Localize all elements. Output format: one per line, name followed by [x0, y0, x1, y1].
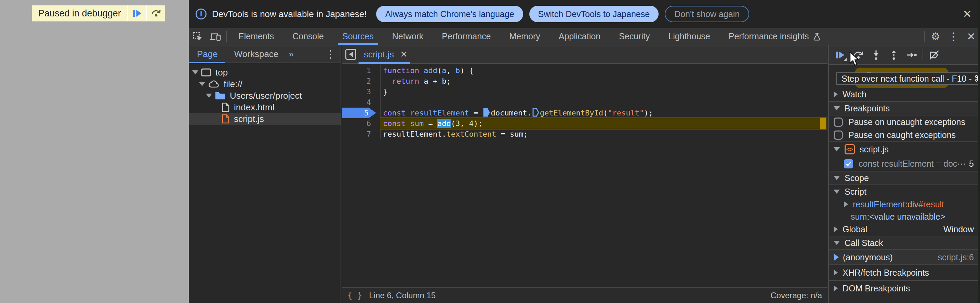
expand-arrow-icon[interactable]: [199, 82, 205, 86]
debugger-sidebar: WatchBreakpointsPause on uncaught except…: [828, 46, 980, 303]
inline-breakpoint-icon[interactable]: [483, 108, 490, 117]
infobar-close-icon[interactable]: ✕: [963, 8, 972, 19]
code-line-5[interactable]: 55const resultElement = document.getElem…: [342, 108, 827, 118]
more-options-icon[interactable]: ⋮: [945, 30, 962, 42]
header-collapsed-watch[interactable]: Watch: [829, 87, 980, 101]
tab-sources[interactable]: Sources: [333, 28, 383, 45]
tree-item-index-html[interactable]: index.html: [189, 102, 340, 113]
code-line-7[interactable]: 7resultElement.textContent = sum;: [342, 129, 827, 140]
code-line-3[interactable]: 3}: [342, 86, 827, 97]
checkbox-pause-on-caught-exceptions[interactable]: Pause on caught exceptions: [829, 128, 980, 141]
tree-item-users-user-project[interactable]: Users/user/project: [189, 90, 340, 102]
step-into-button[interactable]: [867, 46, 885, 63]
token-prop: getElementById: [540, 109, 603, 117]
step-over-banner-button[interactable]: [147, 5, 165, 21]
chevron-right-icon[interactable]: [834, 270, 838, 276]
step-button[interactable]: [903, 46, 921, 63]
dont-show-again-button[interactable]: Don't show again: [665, 6, 749, 22]
code-view[interactable]: 1function add(a, b) {2 return a + b;3}45…: [342, 65, 827, 140]
resume-script-button[interactable]: [128, 5, 146, 21]
settings-gear-icon[interactable]: ⚙: [927, 30, 945, 42]
chevron-down-icon[interactable]: [834, 176, 840, 180]
chevron-right-icon[interactable]: [834, 285, 838, 291]
expand-arrow-icon[interactable]: [206, 94, 212, 98]
collapsed-xhr-fetch-breakpoints[interactable]: XHR/fetch Breakpoints: [829, 264, 980, 280]
header-call-stack[interactable]: Call Stack: [829, 236, 980, 250]
switch-to-japanese-button[interactable]: Switch DevTools to Japanese: [529, 6, 659, 22]
chevron-right-icon[interactable]: [844, 201, 848, 207]
group-script-js[interactable]: <>script.js: [829, 141, 980, 157]
device-toolbar-icon[interactable]: [207, 29, 224, 44]
code-line-2[interactable]: 2 return a + b;: [342, 76, 827, 86]
tree-item-file-[interactable]: file://: [189, 78, 340, 90]
tab-page[interactable]: Page: [189, 46, 226, 62]
tab-performance-insights[interactable]: Performance insights: [719, 28, 830, 45]
line-number[interactable]: 7: [342, 129, 380, 140]
code-line-1[interactable]: 1function add(a, b) {: [342, 65, 827, 76]
tab-close-icon[interactable]: ✕: [400, 49, 407, 60]
line-number[interactable]: 4: [342, 97, 380, 108]
chevron-right-icon[interactable]: [834, 91, 838, 97]
checkbox-pause-on-uncaught-exceptions[interactable]: Pause on uncaught exceptions: [829, 116, 980, 128]
frame--anonymous-[interactable]: (anonymous)script.js:6: [829, 250, 980, 264]
inspect-element-icon[interactable]: [189, 29, 207, 44]
global-global[interactable]: GlobalWindow: [829, 223, 980, 236]
chevron-down-icon[interactable]: [834, 190, 840, 194]
code-line-6[interactable]: 6const sum = add(3, 4);: [342, 118, 827, 129]
tree-item-top[interactable]: top: [189, 67, 340, 78]
prop-unavailable-sum[interactable]: sum: <value unavailable>: [829, 210, 980, 223]
tab-label: Security: [619, 32, 650, 41]
label: DOM Breakpoints: [843, 284, 910, 293]
file-tree: topfile://Users/user/projectindex.htmlsc…: [189, 63, 340, 125]
chevron-right-icon[interactable]: [834, 226, 838, 232]
tab-network[interactable]: Network: [383, 28, 433, 45]
pretty-print-icon[interactable]: { }: [347, 291, 362, 300]
resume-button[interactable]: [832, 46, 850, 63]
tab-application[interactable]: Application: [549, 28, 610, 45]
tab-security[interactable]: Security: [610, 28, 659, 45]
tree-item-label: top: [215, 67, 228, 78]
tab-performance[interactable]: Performance: [433, 28, 500, 45]
token-def: add: [424, 66, 438, 75]
header-scope[interactable]: Scope: [829, 171, 980, 185]
collapsed-dom-breakpoints[interactable]: DOM Breakpoints: [829, 280, 980, 296]
label: :: [905, 200, 907, 209]
hide-navigator-icon[interactable]: [345, 49, 356, 60]
checkbox[interactable]: [834, 117, 843, 127]
editor-tab-scriptjs[interactable]: script.js ✕: [361, 46, 410, 63]
token-pl: [383, 77, 392, 86]
tab-workspace[interactable]: Workspace: [226, 46, 287, 62]
always-match-language-button[interactable]: Always match Chrome's language: [376, 6, 523, 22]
token-def: b: [455, 66, 460, 75]
line-number[interactable]: 6: [342, 118, 380, 129]
chevron-down-icon[interactable]: [834, 147, 840, 151]
line-number[interactable]: 2: [342, 76, 380, 86]
tab-console[interactable]: Console: [283, 28, 333, 45]
tab-lighthouse[interactable]: Lighthouse: [659, 28, 719, 45]
subheader-script[interactable]: Script: [829, 185, 980, 198]
prop-node-resultelement[interactable]: resultElement: div#result: [829, 198, 980, 210]
token-pl: ,: [460, 119, 469, 128]
tab-memory[interactable]: Memory: [500, 28, 549, 45]
chevron-down-icon[interactable]: [834, 106, 840, 110]
devtools-close-icon[interactable]: ✕: [962, 30, 980, 42]
tree-item-label: script.js: [234, 114, 264, 124]
tab-elements[interactable]: Elements: [229, 28, 283, 45]
breakpoint-const-resultelement-doc-[interactable]: const resultElement = doc⋯5: [829, 157, 980, 171]
file-js-icon: [221, 114, 230, 124]
step-out-button[interactable]: [885, 46, 903, 63]
inline-breakpoint-icon[interactable]: [532, 108, 539, 117]
breakpoint-checkbox[interactable]: [844, 159, 853, 168]
line-number[interactable]: 1: [342, 65, 380, 76]
tree-item-script-js[interactable]: script.js: [189, 113, 340, 125]
checkbox[interactable]: [834, 130, 843, 140]
expand-arrow-icon[interactable]: [192, 70, 198, 75]
line-number[interactable]: 3: [342, 86, 380, 97]
code-line-4[interactable]: 4: [342, 97, 827, 108]
chevron-down-icon[interactable]: [834, 241, 840, 245]
navigator-menu-icon[interactable]: ⋮: [326, 48, 340, 60]
deactivate-breakpoints-button[interactable]: [925, 46, 943, 63]
more-tabs-icon[interactable]: »: [286, 49, 294, 59]
header-breakpoints[interactable]: Breakpoints: [829, 101, 980, 116]
step-over-tooltip: Step over next function call - F10 - ⌘ ': [836, 72, 980, 85]
